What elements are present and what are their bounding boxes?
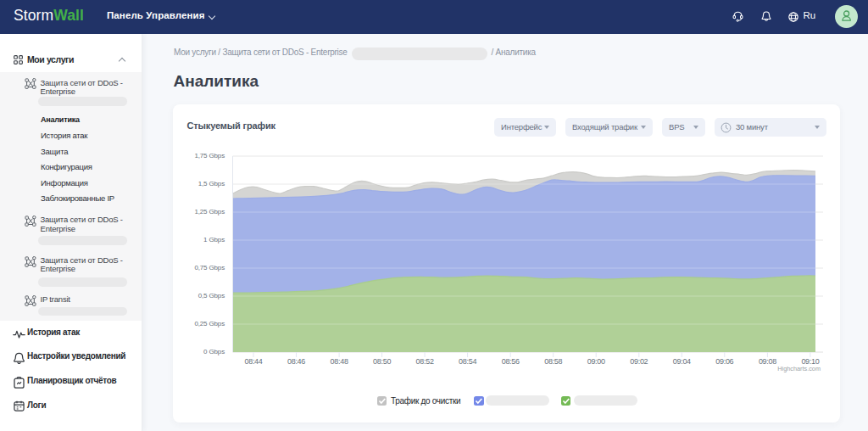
svg-text:09:04: 09:04: [673, 357, 691, 366]
svg-text:08:58: 08:58: [544, 357, 562, 366]
svg-text:0,75 Gbps: 0,75 Gbps: [194, 264, 225, 271]
svg-text:0,5 Gbps: 0,5 Gbps: [198, 292, 225, 299]
svg-text:1 Gbps: 1 Gbps: [203, 236, 225, 243]
svg-text:1,5 Gbps: 1,5 Gbps: [198, 180, 225, 188]
svg-text:08:46: 08:46: [287, 357, 305, 366]
svg-text:Highcharts.com: Highcharts.com: [777, 365, 821, 372]
svg-text:08:44: 08:44: [244, 357, 262, 366]
svg-text:0,25 Gbps: 0,25 Gbps: [194, 320, 225, 327]
svg-text:1,25 Gbps: 1,25 Gbps: [194, 208, 225, 216]
svg-text:08:48: 08:48: [331, 357, 348, 366]
svg-text:08:52: 08:52: [416, 357, 434, 366]
svg-text:08:54: 08:54: [459, 357, 476, 366]
svg-text:1,75 Gbps: 1,75 Gbps: [194, 152, 225, 160]
svg-text:09:02: 09:02: [630, 357, 648, 366]
svg-text:08:56: 08:56: [502, 357, 520, 366]
svg-text:09:06: 09:06: [715, 357, 733, 366]
svg-text:08:50: 08:50: [373, 357, 391, 366]
svg-text:0 Gbps: 0 Gbps: [203, 348, 225, 355]
svg-text:09:00: 09:00: [587, 357, 605, 366]
svg-text:09:08: 09:08: [759, 357, 776, 366]
